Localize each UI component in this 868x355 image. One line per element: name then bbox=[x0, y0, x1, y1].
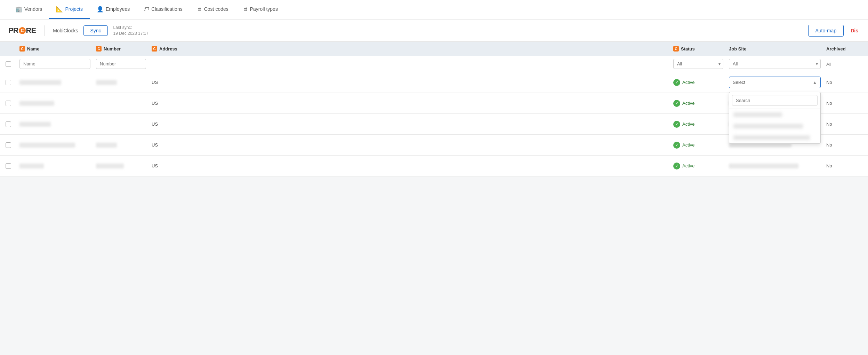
row3-checkbox-cell bbox=[3, 118, 17, 131]
row1-jobsite-select-button[interactable]: Select ▲ bbox=[729, 77, 821, 88]
row1-status: ✓ Active bbox=[673, 79, 694, 86]
row5-checkbox[interactable] bbox=[6, 163, 11, 169]
nav-item-vendors[interactable]: 🏢 Vendors bbox=[8, 0, 49, 19]
row2-address-cell: US bbox=[149, 97, 670, 109]
logo-pro: PR bbox=[8, 26, 18, 35]
th-status: C Status bbox=[670, 42, 726, 56]
filter-name-cell bbox=[17, 56, 93, 72]
payroll-types-icon: 🖥 bbox=[242, 6, 248, 12]
dis-button[interactable]: Dis bbox=[849, 25, 860, 36]
jobsite-filter-wrapper: All bbox=[729, 59, 821, 69]
row4-checkbox-cell bbox=[3, 139, 17, 151]
filter-row: All Active Inactive All All bbox=[0, 56, 868, 72]
row3-checkbox[interactable] bbox=[6, 121, 11, 127]
dropdown-item-2[interactable] bbox=[729, 120, 820, 132]
nav-label-cost-codes: Cost codes bbox=[204, 6, 228, 12]
row1-jobsite-dropdown-panel bbox=[729, 92, 821, 144]
row1-jobsite-chevron-up-icon: ▲ bbox=[813, 80, 817, 85]
row4-address-cell: US bbox=[149, 139, 670, 151]
header-bar: PRCRE MobiClocks Sync Last sync: 19 Dec … bbox=[0, 19, 868, 42]
row5-number-cell bbox=[93, 160, 149, 172]
row4-status-label: Active bbox=[682, 142, 694, 148]
row4-archived-cell: No bbox=[823, 139, 865, 151]
filter-address-cell bbox=[149, 61, 670, 67]
th-address-label: Address bbox=[159, 46, 177, 52]
row4-status: ✓ Active bbox=[673, 142, 694, 149]
nav-item-projects[interactable]: 📐 Projects bbox=[49, 0, 90, 19]
filter-archived-cell: All bbox=[823, 58, 865, 70]
last-sync-value: 19 Dec 2023 17:17 bbox=[113, 31, 148, 36]
row2-name bbox=[19, 101, 54, 106]
row4-number-cell bbox=[93, 139, 149, 151]
dropdown-item-1[interactable] bbox=[729, 109, 820, 120]
row1-name bbox=[19, 80, 61, 85]
row2-status-label: Active bbox=[682, 101, 694, 106]
th-jobsite: Job Site bbox=[726, 42, 823, 56]
row5-status-cell: ✓ Active bbox=[670, 159, 726, 173]
th-name-label: Name bbox=[27, 46, 39, 52]
filter-number-cell bbox=[93, 56, 149, 72]
name-filter-input[interactable] bbox=[19, 59, 90, 69]
nav-item-cost-codes[interactable]: 🖥 Cost codes bbox=[190, 0, 235, 19]
filter-status-cell: All Active Inactive bbox=[670, 56, 726, 72]
dropdown-item-3[interactable] bbox=[729, 132, 820, 143]
row2-checkbox[interactable] bbox=[6, 101, 11, 106]
employees-icon: 👤 bbox=[97, 6, 104, 13]
th-name: C Name bbox=[17, 42, 93, 56]
app-name: MobiClocks bbox=[53, 28, 78, 33]
row1-checkbox[interactable] bbox=[6, 80, 11, 85]
address-col-icon: C bbox=[152, 46, 157, 52]
row4-checkbox[interactable] bbox=[6, 142, 11, 148]
row5-name bbox=[19, 164, 44, 168]
row2-number-cell bbox=[93, 100, 149, 107]
select-all-checkbox[interactable] bbox=[6, 61, 11, 67]
automap-button[interactable]: Auto-map bbox=[808, 25, 844, 37]
number-filter-input[interactable] bbox=[96, 59, 146, 69]
procore-logo: PRCRE bbox=[8, 26, 36, 35]
row5-jobsite-cell bbox=[726, 160, 823, 172]
nav-label-projects: Projects bbox=[65, 6, 83, 12]
row1-status-label: Active bbox=[682, 80, 694, 85]
row5-checkbox-cell bbox=[3, 160, 17, 172]
th-address: C Address bbox=[149, 42, 670, 56]
row3-status-cell: ✓ Active bbox=[670, 117, 726, 131]
row4-status-cell: ✓ Active bbox=[670, 138, 726, 152]
row3-archived-value: No bbox=[826, 121, 832, 127]
dropdown-item-1-label bbox=[733, 112, 782, 117]
row1-name-cell bbox=[17, 77, 93, 88]
row5-check-icon: ✓ bbox=[673, 163, 680, 169]
row5-address-cell: US bbox=[149, 160, 670, 172]
th-archived-label: Archived bbox=[826, 46, 846, 52]
table-header-row: C Name C Number C Address C Status Job S… bbox=[0, 42, 868, 56]
dropdown-search-container bbox=[729, 92, 820, 109]
row4-archived-value: No bbox=[826, 142, 832, 148]
jobsite-filter-select[interactable]: All bbox=[729, 59, 821, 69]
status-filter-select[interactable]: All Active Inactive bbox=[673, 59, 723, 69]
dropdown-search-input[interactable] bbox=[732, 95, 818, 106]
row2-status: ✓ Active bbox=[673, 100, 694, 107]
nav-item-classifications[interactable]: 🏷 Classifications bbox=[137, 0, 189, 19]
nav-item-payroll-types[interactable]: 🖥 Payroll types bbox=[235, 0, 285, 19]
main-table: C Name C Number C Address C Status Job S… bbox=[0, 42, 868, 176]
row2-address: US bbox=[152, 101, 158, 106]
sync-button[interactable]: Sync bbox=[83, 25, 107, 36]
projects-icon: 📐 bbox=[56, 6, 63, 13]
row2-archived-value: No bbox=[826, 101, 832, 106]
row1-jobsite-dropdown-container: Select ▲ bbox=[729, 77, 821, 88]
th-archived: Archived bbox=[823, 42, 865, 56]
status-filter-wrapper: All Active Inactive bbox=[673, 59, 723, 69]
row5-address: US bbox=[152, 163, 158, 168]
th-jobsite-label: Job Site bbox=[729, 46, 747, 52]
nav-label-vendors: Vendors bbox=[24, 6, 42, 12]
row3-status-label: Active bbox=[682, 121, 694, 127]
th-number-label: Number bbox=[104, 46, 121, 52]
classifications-icon: 🏷 bbox=[144, 6, 149, 12]
row2-check-icon: ✓ bbox=[673, 100, 680, 107]
row4-number bbox=[96, 143, 117, 148]
th-status-label: Status bbox=[681, 46, 695, 52]
nav-item-employees[interactable]: 👤 Employees bbox=[90, 0, 137, 19]
row2-archived-cell: No bbox=[823, 97, 865, 109]
table-row: US ✓ Active No bbox=[0, 156, 868, 176]
logo-divider bbox=[44, 25, 45, 36]
row1-address: US bbox=[152, 80, 158, 85]
